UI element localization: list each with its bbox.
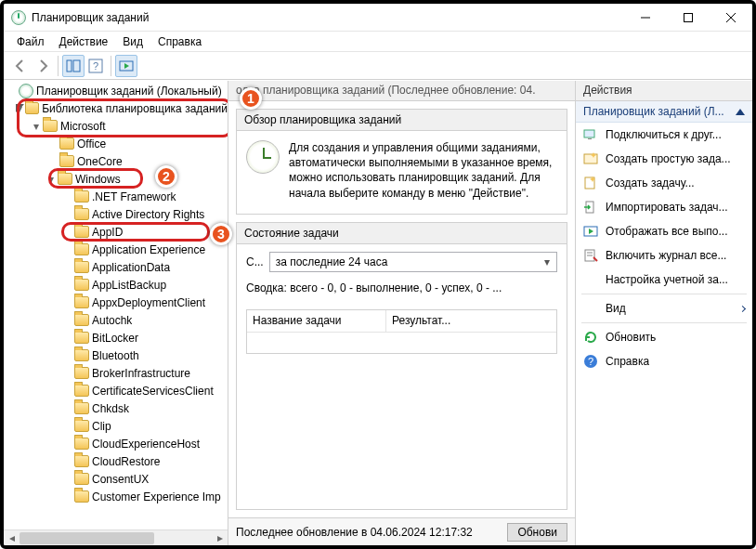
column-header-result[interactable]: Результат... <box>386 310 556 333</box>
maximize-button[interactable] <box>667 4 710 31</box>
results-table: Название задачи Результат... <box>246 309 557 354</box>
scroll-right-icon[interactable]: ▸ <box>212 530 228 545</box>
menu-help[interactable]: Справка <box>150 33 209 50</box>
journal-icon <box>583 248 598 263</box>
tree-item[interactable]: Bluetooth <box>4 346 228 364</box>
column-header-name[interactable]: Название задачи <box>247 310 386 333</box>
folder-icon <box>74 190 89 203</box>
action-account-config[interactable]: Настройка учетной за... <box>576 268 752 292</box>
tree-item[interactable]: BitLocker <box>4 329 228 346</box>
horizontal-scrollbar[interactable]: ◂ ▸ <box>4 529 228 545</box>
scheduler-icon <box>19 84 33 98</box>
toolbar: ? <box>4 52 752 80</box>
close-button[interactable] <box>710 4 752 31</box>
tree-item[interactable]: CertificateServicesClient <box>4 382 228 399</box>
folder-icon <box>74 261 89 273</box>
folder-icon <box>74 385 89 397</box>
chevron-down-icon[interactable]: ▾ <box>45 173 58 186</box>
toolbar-run-button[interactable] <box>115 55 137 77</box>
callout-marker-1: 1 <box>240 87 262 110</box>
tree-microsoft[interactable]: ▾ Microsoft <box>4 117 228 135</box>
tree-item[interactable]: Active Directory Rights <box>4 205 228 223</box>
action-label: Настройка учетной за... <box>606 273 728 286</box>
tree-item-label: Bluetooth <box>92 349 139 362</box>
action-help[interactable]: ? Справка <box>576 349 752 373</box>
action-label: Вид <box>606 302 733 315</box>
status-section: Состояние задачи С... за последние 24 ча… <box>236 222 567 510</box>
actions-context[interactable]: Планировщик заданий (Л... <box>576 101 752 123</box>
toolbar-help-button[interactable]: ? <box>85 55 107 77</box>
folder-icon <box>43 120 58 132</box>
folder-icon <box>74 349 89 361</box>
tree-item[interactable]: AppID <box>4 223 228 241</box>
blank-icon <box>583 272 598 287</box>
chevron-down-icon[interactable]: ▾ <box>30 120 43 133</box>
folder-icon <box>74 455 89 467</box>
menu-action[interactable]: Действие <box>52 33 116 50</box>
nav-back-button[interactable] <box>9 55 32 77</box>
status-title: Состояние задачи <box>237 223 567 244</box>
separator <box>581 322 747 323</box>
action-create-simple[interactable]: Создать простую зада... <box>576 147 752 171</box>
menu-view[interactable]: Вид <box>115 33 150 50</box>
svg-rect-7 <box>588 138 592 139</box>
folder-icon <box>74 243 89 255</box>
folder-icon <box>74 332 89 344</box>
action-view[interactable]: Вид <box>576 296 752 320</box>
scroll-left-icon[interactable]: ◂ <box>4 530 20 545</box>
action-connect[interactable]: Подключиться к друг... <box>576 123 752 147</box>
action-show-running[interactable]: Отображать все выпо... <box>576 219 752 243</box>
tree-item[interactable]: Application Experience <box>4 241 228 258</box>
tree-root[interactable]: Планировщик заданий (Локальный) <box>4 82 228 99</box>
tree-windows[interactable]: ▾ Windows <box>4 170 228 188</box>
tree-item[interactable]: ConsentUX <box>4 470 228 488</box>
action-label: Отображать все выпо... <box>606 225 728 238</box>
tree-item-label: BrokerInfrastructure <box>92 367 190 380</box>
toolbar-show-tree-button[interactable] <box>62 55 85 77</box>
status-label: С... <box>246 255 264 268</box>
tree-item[interactable]: Autochk <box>4 311 228 329</box>
refresh-button[interactable]: Обнови <box>507 523 567 542</box>
folder-icon <box>74 490 89 503</box>
menu-file[interactable]: Файл <box>9 33 52 50</box>
minimize-button[interactable] <box>624 4 667 31</box>
tree-item[interactable]: Clip <box>4 417 228 435</box>
titlebar: Планировщик заданий <box>4 4 752 32</box>
folder-icon <box>74 314 89 326</box>
tree-library[interactable]: ▾ Библиотека планировщика заданий <box>4 99 228 117</box>
blank-icon <box>583 301 598 316</box>
tree-item-label: AppListBackup <box>92 279 166 292</box>
folder-icon <box>74 279 89 291</box>
action-enable-journal[interactable]: Включить журнал все... <box>576 243 752 268</box>
tree-office[interactable]: Office <box>4 135 228 152</box>
tree-item[interactable]: Chkdsk <box>4 399 228 417</box>
tree-item-label: Customer Experience Imp <box>92 490 221 503</box>
tree-item[interactable]: AppListBackup <box>4 276 228 294</box>
tree-item-label: ConsentUX <box>92 473 149 486</box>
tree-item[interactable]: .NET Framework <box>4 188 228 205</box>
status-period-combo[interactable]: за последние 24 часа ▾ <box>269 252 557 272</box>
menubar: Файл Действие Вид Справка <box>4 32 752 52</box>
tree-item[interactable]: CloudExperienceHost <box>4 435 228 452</box>
action-refresh[interactable]: Обновить <box>576 325 752 349</box>
tree-item[interactable]: ApplicationData <box>4 258 228 276</box>
folder-icon <box>59 137 74 150</box>
action-create-task[interactable]: Создать задачу... <box>576 171 752 195</box>
tree-item-label: Office <box>77 137 106 150</box>
folder-icon <box>74 473 89 485</box>
action-label: Создать задачу... <box>606 176 695 190</box>
tree-onecore[interactable]: OneCore <box>4 152 228 170</box>
chevron-down-icon[interactable]: ▾ <box>13 102 25 115</box>
tree-item[interactable]: CloudRestore <box>4 452 228 470</box>
action-import[interactable]: Импортировать задач... <box>576 195 752 219</box>
folder-icon <box>74 296 89 308</box>
chevron-down-icon: ▾ <box>540 255 554 269</box>
footer-row: Последнее обновление в 04.06.2024 12:17:… <box>228 517 575 545</box>
tree-item[interactable]: Customer Experience Imp <box>4 488 228 505</box>
nav-forward-button[interactable] <box>32 55 54 77</box>
tree-item-label: Application Experience <box>92 243 205 256</box>
folder-icon <box>74 208 89 220</box>
tree-item-label: CertificateServicesClient <box>92 385 214 398</box>
tree-item[interactable]: BrokerInfrastructure <box>4 364 228 382</box>
tree-item[interactable]: AppxDeploymentClient <box>4 294 228 311</box>
